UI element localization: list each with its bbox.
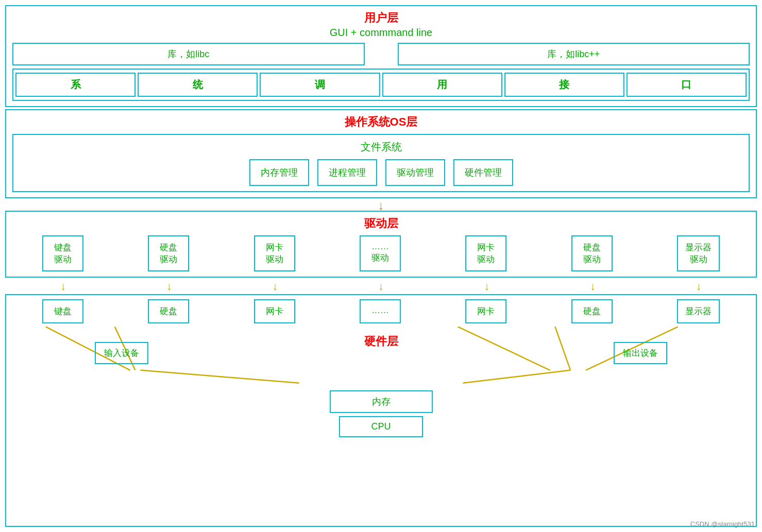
arrow-5: ↓ <box>434 280 540 294</box>
svg-line-5 <box>140 370 299 383</box>
hardware-layer: 键盘 硬盘 网卡 …… 网卡 硬盘 显示器 <box>5 294 757 527</box>
driver-layer: 驱动层 键盘驱动 硬盘驱动 网卡驱动 ……驱动 网卡驱动 硬盘驱动 显示器驱动 <box>5 211 757 278</box>
hw-devices-row: 键盘 硬盘 网卡 …… 网卡 硬盘 显示器 <box>12 299 750 323</box>
diagram-container: 用户层 GUI + commmand line 库，如libc 库，如libc+… <box>5 5 757 527</box>
hw-hdd2: 硬盘 <box>571 299 613 323</box>
arrow-1: ↓ <box>10 280 116 294</box>
filesystem-box: 文件系统 内存管理 进程管理 驱动管理 硬件管理 <box>12 134 750 192</box>
input-devices-box: 输入设备 <box>95 342 148 364</box>
arrow-6: ↓ <box>540 280 646 294</box>
hw-connections-area: 输入设备 硬件层 输出设备 <box>12 327 750 388</box>
os-module-1: 内存管理 <box>249 159 309 186</box>
user-layer-title: 用户层 <box>12 10 750 26</box>
driver-nic2: 网卡驱动 <box>465 235 506 271</box>
syscall-char-4: 用 <box>382 73 502 97</box>
lib-right: 库，如libc++ <box>398 43 750 65</box>
arrow-2: ↓ <box>116 280 223 294</box>
driver-etc: ……驱动 <box>360 235 401 271</box>
syscall-char-3: 调 <box>260 73 380 97</box>
hw-display: 显示器 <box>677 299 720 323</box>
svg-line-3 <box>555 327 570 370</box>
driver-nic1: 网卡驱动 <box>254 235 295 271</box>
hw-nic2: 网卡 <box>465 299 506 323</box>
driver-hdd2: 硬盘驱动 <box>571 235 613 271</box>
hw-hdd: 硬盘 <box>148 299 189 323</box>
memory-cpu-section: 内存 CPU <box>12 390 750 437</box>
lib-left: 库，如libc <box>12 43 365 65</box>
arrow-3: ↓ <box>222 280 328 294</box>
driver-layer-title: 驱动层 <box>12 216 750 231</box>
svg-line-6 <box>463 370 571 383</box>
os-modules: 内存管理 进程管理 驱动管理 硬件管理 <box>20 159 742 186</box>
os-layer: 操作系统OS层 文件系统 内存管理 进程管理 驱动管理 硬件管理 <box>5 109 757 198</box>
user-layer: 用户层 GUI + commmand line 库，如libc 库，如libc+… <box>5 5 757 107</box>
hw-keyboard: 键盘 <box>42 299 83 323</box>
os-module-3: 驱动管理 <box>385 159 445 186</box>
syscall-row: 系 统 调 用 接 口 <box>12 68 750 101</box>
os-module-4: 硬件管理 <box>453 159 513 186</box>
gui-subtitle: GUI + commmand line <box>12 27 750 39</box>
os-module-2: 进程管理 <box>317 159 377 186</box>
driver-modules: 键盘驱动 硬盘驱动 网卡驱动 ……驱动 网卡驱动 硬盘驱动 显示器驱动 <box>12 235 750 271</box>
syscall-char-6: 口 <box>626 73 747 97</box>
cpu-box: CPU <box>339 416 422 437</box>
driver-keyboard: 键盘驱动 <box>42 235 83 271</box>
output-devices-box: 输出设备 <box>614 342 667 364</box>
driver-display: 显示器驱动 <box>677 235 720 271</box>
syscall-char-1: 系 <box>15 73 136 97</box>
watermark: CSDN @starnight531 <box>690 520 755 528</box>
driver-hdd: 硬盘驱动 <box>148 235 189 271</box>
syscall-char-5: 接 <box>504 73 624 97</box>
lib-row: 库，如libc 库，如libc++ <box>12 43 750 65</box>
os-to-driver-connector: ↓ <box>5 200 757 211</box>
arrow-4: ↓ <box>328 280 434 294</box>
memory-box: 内存 <box>330 390 433 413</box>
hw-nic1: 网卡 <box>254 299 295 323</box>
syscall-char-2: 统 <box>138 73 258 97</box>
driver-hw-arrows: ↓ ↓ ↓ ↓ ↓ ↓ ↓ <box>5 280 757 294</box>
arrow-7: ↓ <box>646 280 752 294</box>
hw-etc: …… <box>360 299 401 323</box>
svg-line-2 <box>458 327 550 370</box>
os-layer-title: 操作系统OS层 <box>12 114 750 130</box>
filesystem-title: 文件系统 <box>20 140 742 154</box>
hardware-layer-title: 硬件层 <box>364 332 398 351</box>
